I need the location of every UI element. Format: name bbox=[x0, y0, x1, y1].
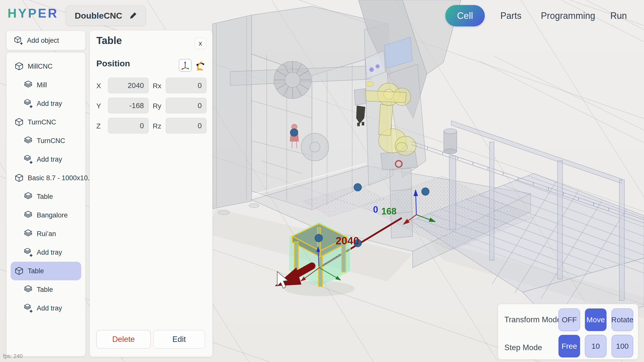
layers-icon bbox=[23, 136, 33, 146]
scene-tree: MillCNC Mill Add tray TurnCNC TurnCNC Ad… bbox=[6, 52, 86, 356]
waypoint-dot bbox=[422, 188, 429, 195]
tree-item-basic[interactable]: Basic 8.7 - 1000x10... bbox=[7, 169, 85, 187]
add-object-button[interactable]: Add object bbox=[6, 31, 86, 50]
tab-run[interactable]: Run bbox=[609, 5, 628, 26]
tree-item-millcnc[interactable]: MillCNC bbox=[7, 57, 85, 76]
tree-item-bangalore[interactable]: Bangalore bbox=[7, 206, 85, 224]
add-object-icon bbox=[13, 35, 23, 46]
position-y-input[interactable] bbox=[108, 98, 149, 113]
tab-programming[interactable]: Programming bbox=[541, 5, 589, 26]
waypoint-dot bbox=[354, 184, 361, 191]
position-z-input[interactable] bbox=[108, 118, 149, 133]
rotation-ry-input[interactable] bbox=[166, 98, 207, 113]
robot-reference-button[interactable] bbox=[194, 61, 205, 71]
layers-plus-icon bbox=[23, 99, 33, 109]
z-label: Z bbox=[96, 122, 101, 130]
layers-plus-icon bbox=[23, 154, 33, 164]
tree-item-ruian[interactable]: Rui’an bbox=[7, 224, 85, 243]
ry-label: Ry bbox=[153, 102, 161, 110]
tree-item-table-1[interactable]: Table bbox=[7, 187, 85, 206]
x-label: X bbox=[96, 82, 101, 90]
layers-plus-icon bbox=[23, 303, 33, 313]
cylinder-fixture bbox=[444, 129, 457, 154]
step-10-button[interactable]: 10 bbox=[585, 335, 607, 357]
app-logo: HYPER bbox=[8, 6, 58, 21]
layers-icon bbox=[23, 80, 33, 90]
delete-button[interactable]: Delete bbox=[96, 330, 151, 348]
layers-icon bbox=[23, 210, 33, 220]
y-offset-label: 168 bbox=[381, 206, 396, 216]
tree-item-table-selected[interactable]: Table bbox=[11, 262, 81, 280]
tree-item-add-tray-3[interactable]: Add tray bbox=[7, 243, 85, 262]
transform-move-button[interactable]: Move bbox=[585, 308, 607, 331]
project-name-box[interactable]: DoubleCNC bbox=[66, 6, 145, 26]
project-name: DoubleCNC bbox=[75, 11, 122, 21]
tree-item-add-tray-4[interactable]: Add tray bbox=[7, 299, 85, 318]
transform-off-button[interactable]: OFF bbox=[558, 308, 580, 331]
rx-label: Rx bbox=[153, 82, 161, 90]
rotation-rx-input[interactable] bbox=[166, 78, 207, 93]
tree-item-add-tray-2[interactable]: Add tray bbox=[7, 150, 85, 169]
panel-title: Table bbox=[96, 35, 122, 46]
edit-button[interactable]: Edit bbox=[153, 330, 205, 348]
fps-counter: fps: 240 bbox=[3, 353, 23, 359]
transform-rotate-button[interactable]: Rotate bbox=[612, 308, 633, 331]
robot-icon bbox=[194, 61, 205, 71]
tree-item-table-2[interactable]: Table bbox=[7, 280, 85, 299]
add-object-label: Add object bbox=[27, 37, 59, 44]
layers-icon bbox=[23, 285, 33, 295]
position-section-title: Position bbox=[96, 59, 130, 68]
cube-icon bbox=[14, 61, 24, 71]
tree-item-mill[interactable]: Mill bbox=[7, 76, 85, 94]
transform-mode-label: Transform Mode bbox=[504, 315, 561, 324]
tree-item-turncnc-child[interactable]: TurnCNC bbox=[7, 131, 85, 150]
layers-icon bbox=[23, 192, 33, 202]
tree-item-add-tray-1[interactable]: Add tray bbox=[7, 94, 85, 113]
step-100-button[interactable]: 100 bbox=[612, 335, 633, 357]
waypoint-dot bbox=[315, 234, 323, 242]
rotation-rz-input[interactable] bbox=[166, 118, 207, 133]
mode-panel: Transform Mode OFF Move Rotate Step Mode… bbox=[498, 304, 638, 359]
cube-icon bbox=[14, 117, 24, 127]
layers-plus-icon bbox=[23, 247, 33, 257]
y-label: Y bbox=[96, 102, 101, 110]
x-offset-label: 2040 bbox=[336, 235, 359, 247]
position-x-input[interactable] bbox=[108, 78, 149, 93]
layers-icon bbox=[23, 229, 33, 239]
edit-project-name-icon[interactable] bbox=[129, 11, 138, 20]
inspector-panel: Table x Position X Rx Y Ry Z Rz Delete E… bbox=[90, 30, 213, 357]
close-panel-button[interactable]: x bbox=[194, 37, 206, 49]
rz-label: Rz bbox=[153, 122, 161, 130]
tab-parts[interactable]: Parts bbox=[499, 5, 522, 26]
waypoint-dot bbox=[290, 129, 298, 136]
cube-icon bbox=[14, 173, 24, 183]
step-free-button[interactable]: Free bbox=[558, 335, 580, 357]
z-offset-label: 0 bbox=[373, 204, 378, 215]
cube-icon bbox=[14, 266, 24, 276]
world-axis-toggle-button[interactable] bbox=[179, 59, 191, 72]
axis-icon bbox=[180, 60, 190, 70]
step-mode-label: Step Mode bbox=[504, 343, 542, 352]
tree-item-turncnc[interactable]: TurnCNC bbox=[7, 113, 85, 131]
tab-cell[interactable]: Cell bbox=[445, 5, 485, 26]
